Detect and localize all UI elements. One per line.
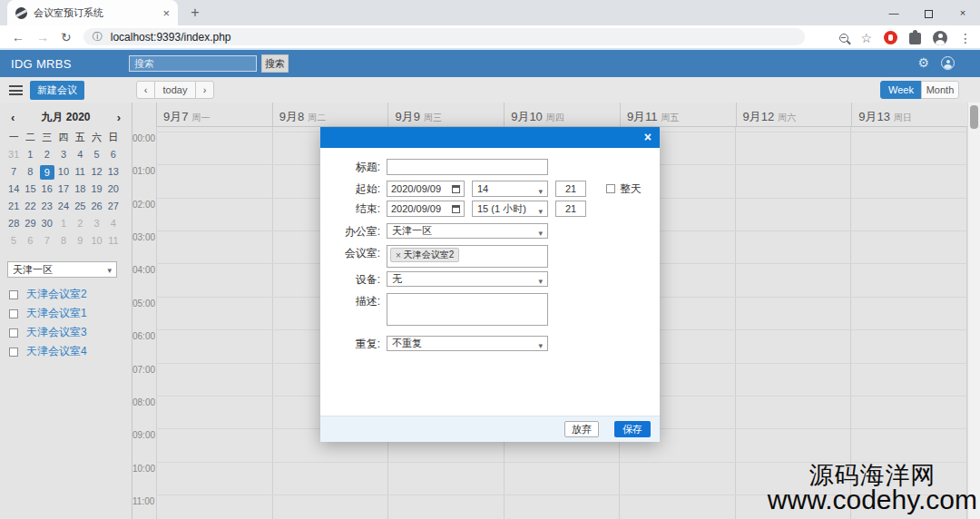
area-select[interactable]: 天津一区 ▾	[7, 261, 117, 278]
title-input[interactable]	[387, 159, 548, 175]
mini-calendar-day[interactable]: 29	[22, 215, 38, 232]
mini-calendar-day[interactable]: 9	[39, 163, 55, 181]
mini-calendar-day[interactable]: 13	[105, 163, 122, 181]
forward-icon[interactable]: →	[36, 30, 49, 44]
mini-calendar-day[interactable]: 4	[105, 215, 122, 232]
description-textarea[interactable]	[387, 293, 548, 326]
mini-calendar-day[interactable]: 11	[105, 232, 122, 250]
device-select[interactable]: 无 ▾	[387, 271, 548, 287]
mini-calendar-day[interactable]: 17	[55, 181, 72, 198]
new-meeting-button[interactable]: 新建会议	[30, 81, 84, 100]
mini-calendar-day[interactable]: 10	[88, 232, 104, 250]
extensions-puzzle-icon[interactable]	[909, 33, 921, 44]
mini-calendar-day[interactable]: 26	[88, 198, 104, 215]
mini-calendar-day[interactable]: 14	[5, 181, 22, 198]
allday-checkbox[interactable]	[606, 184, 615, 193]
room-checkbox[interactable]	[9, 309, 18, 318]
week-view-button[interactable]: Week	[880, 81, 922, 99]
mini-calendar-day[interactable]: 8	[55, 232, 72, 250]
start-hour-select[interactable]: 14 ▾	[472, 181, 548, 197]
mini-calendar-day[interactable]: 12	[88, 163, 104, 181]
bookmark-star-icon[interactable]: ☆	[860, 31, 872, 45]
mini-calendar-day[interactable]: 20	[105, 181, 122, 198]
settings-gear-icon[interactable]: ⚙	[917, 55, 929, 70]
search-button[interactable]: 搜索	[261, 54, 289, 73]
mini-calendar-day[interactable]: 7	[5, 163, 22, 181]
user-account-icon[interactable]	[941, 56, 955, 70]
room-item[interactable]: 天津会议室3	[9, 323, 130, 342]
mini-calendar-day[interactable]: 24	[55, 198, 72, 215]
start-date-input[interactable]: 2020/09/09	[387, 181, 465, 197]
mini-calendar-day[interactable]: 30	[39, 215, 55, 232]
mini-calendar-day[interactable]: 6	[22, 232, 38, 250]
room-link[interactable]: 天津会议室3	[26, 325, 87, 340]
mini-calendar-day[interactable]: 25	[72, 198, 88, 215]
start-minute-input[interactable]: 21	[555, 181, 586, 197]
day-column[interactable]	[156, 127, 272, 519]
mini-calendar-day[interactable]: 5	[5, 232, 22, 250]
mini-calendar-day[interactable]: 1	[22, 146, 38, 163]
today-button[interactable]: today	[154, 81, 196, 99]
calendar-icon[interactable]	[452, 185, 460, 193]
info-icon[interactable]: ⓘ	[93, 30, 103, 44]
room-item[interactable]: 天津会议室1	[9, 304, 130, 323]
new-tab-button[interactable]: +	[185, 4, 205, 22]
mini-calendar-day[interactable]: 16	[39, 181, 55, 198]
mini-calendar-day[interactable]: 18	[72, 181, 88, 198]
mini-calendar-day[interactable]: 10	[55, 163, 72, 181]
mini-calendar-day[interactable]: 19	[88, 181, 104, 198]
window-minimize-button[interactable]: —	[877, 0, 911, 25]
repeat-select[interactable]: 不重复 ▾	[387, 336, 548, 351]
mini-calendar-day[interactable]: 28	[5, 215, 22, 232]
browser-menu-icon[interactable]: ⋮	[959, 31, 972, 45]
browser-tab[interactable]: 会议室预订系统 ×	[7, 0, 178, 25]
month-view-button[interactable]: Month	[921, 81, 959, 99]
end-date-input[interactable]: 2020/09/09	[387, 201, 465, 217]
window-maximize-button[interactable]	[911, 0, 946, 25]
room-checkbox[interactable]	[9, 348, 18, 357]
day-column[interactable]	[735, 127, 851, 519]
mini-calendar-day[interactable]: 23	[39, 198, 55, 215]
back-icon[interactable]: ←	[12, 30, 24, 44]
room-item[interactable]: 天津会议室2	[9, 285, 130, 304]
vertical-scrollbar[interactable]	[967, 103, 980, 519]
browser-profile-avatar[interactable]	[933, 31, 947, 45]
save-button[interactable]: 保存	[614, 421, 651, 437]
office-select[interactable]: 天津一区 ▾	[387, 223, 548, 239]
mini-calendar-day[interactable]: 9	[72, 232, 88, 250]
room-link[interactable]: 天津会议室4	[26, 344, 87, 359]
room-item[interactable]: 天津会议室4	[9, 342, 130, 361]
mini-calendar-day[interactable]: 8	[22, 163, 38, 181]
mini-calendar-day[interactable]: 21	[5, 198, 22, 215]
mini-calendar-day[interactable]: 15	[22, 181, 38, 198]
hamburger-menu-icon[interactable]	[9, 85, 23, 98]
mini-calendar-day[interactable]: 27	[105, 198, 122, 215]
room-checkbox[interactable]	[9, 328, 18, 338]
dialog-close-icon[interactable]: ×	[644, 130, 652, 144]
mini-calendar-day[interactable]: 7	[39, 232, 55, 250]
prev-week-button[interactable]: ‹	[136, 81, 155, 99]
zoom-out-icon[interactable]	[839, 34, 848, 43]
mini-calendar-day[interactable]: 11	[72, 163, 88, 181]
tab-close-icon[interactable]: ×	[162, 7, 170, 19]
room-multiselect[interactable]: × 天津会议室2	[387, 245, 548, 268]
window-close-button[interactable]: ×	[946, 0, 980, 25]
search-input[interactable]	[129, 55, 257, 72]
mini-calendar-prev-icon[interactable]: ‹	[11, 111, 15, 124]
room-link[interactable]: 天津会议室1	[26, 306, 87, 321]
next-week-button[interactable]: ›	[195, 81, 214, 99]
mini-calendar-day-number[interactable]: 9	[40, 165, 54, 180]
mini-calendar-day[interactable]: 2	[39, 146, 55, 163]
mini-calendar-day[interactable]: 6	[105, 146, 122, 163]
mini-calendar-day[interactable]: 2	[72, 215, 88, 232]
day-column[interactable]	[850, 127, 966, 519]
room-checkbox[interactable]	[9, 290, 18, 299]
mini-calendar-day[interactable]: 31	[5, 146, 22, 163]
mini-calendar-day[interactable]: 4	[72, 146, 88, 163]
mini-calendar-day[interactable]: 3	[88, 215, 104, 232]
scrollbar-thumb[interactable]	[970, 105, 978, 129]
mini-calendar-next-icon[interactable]: ›	[117, 111, 121, 124]
discard-button[interactable]: 放弃	[564, 421, 599, 437]
room-tag[interactable]: × 天津会议室2	[390, 248, 459, 262]
end-hour-select[interactable]: 15 (1 小时) ▾	[472, 201, 548, 217]
